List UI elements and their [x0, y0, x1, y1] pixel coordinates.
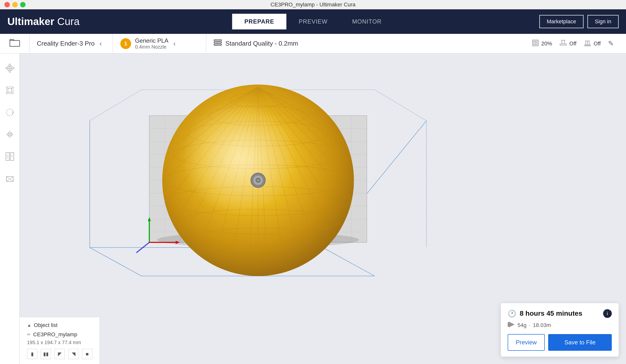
- support-icon: [559, 39, 567, 48]
- adhesion-icon: [584, 39, 591, 48]
- info-button[interactable]: i: [603, 309, 612, 318]
- separator: ·: [529, 322, 531, 329]
- object-actions: ▮ ▮▮ ◤ ◥ ■: [27, 349, 92, 359]
- print-time: 8 hours 45 minutes: [520, 310, 582, 317]
- object-list-header: ▲ Object list: [27, 322, 92, 329]
- printer-chevron[interactable]: ‹: [100, 40, 102, 48]
- minimize-button[interactable]: [12, 2, 18, 7]
- svg-rect-2: [214, 42, 221, 43]
- marketplace-button[interactable]: Marketplace: [539, 15, 584, 28]
- tool-move[interactable]: [0, 58, 20, 78]
- svg-rect-0: [10, 40, 20, 46]
- nav-right: Marketplace Sign in: [539, 15, 619, 28]
- material-length: 18.03m: [533, 322, 551, 329]
- save-to-file-button[interactable]: Save to File: [548, 334, 612, 351]
- svg-marker-21: [8, 64, 11, 66]
- collapse-icon[interactable]: ▲: [27, 323, 31, 328]
- folder-icon: [9, 38, 20, 49]
- svg-point-33: [6, 109, 13, 116]
- fullscreen-button[interactable]: [20, 2, 26, 7]
- action-duplicate[interactable]: ▮▮: [41, 349, 51, 359]
- material-weight: 54g: [517, 322, 527, 329]
- 3d-viewport[interactable]: ▲ Object list ✏ CE3PRO_mylamp 195.1 x 19…: [20, 54, 626, 364]
- panel-buttons: Preview Save to File: [508, 334, 612, 351]
- sign-in-button[interactable]: Sign in: [587, 15, 619, 28]
- quality-icon: [214, 39, 222, 48]
- object-list-label: Object list: [34, 322, 58, 329]
- action-split[interactable]: ◥: [68, 349, 78, 359]
- svg-marker-34: [12, 113, 14, 114]
- tool-rotate[interactable]: [0, 102, 20, 122]
- svg-rect-28: [8, 88, 12, 92]
- svg-rect-11: [560, 44, 566, 45]
- clock-icon: 🕐: [508, 310, 516, 318]
- main-area: ▲ Object list ✏ CE3PRO_mylamp 195.1 x 19…: [0, 54, 626, 364]
- file-folder[interactable]: [0, 34, 30, 54]
- edit-icon[interactable]: ✏: [27, 332, 31, 337]
- object-name: CE3PRO_mylamp: [33, 331, 77, 338]
- preview-button[interactable]: Preview: [508, 334, 545, 351]
- svg-marker-22: [8, 70, 11, 73]
- object-dimensions: 195.1 x 194.7 x 77.4 mm: [27, 340, 92, 345]
- svg-marker-23: [5, 67, 8, 70]
- svg-marker-24: [12, 67, 14, 70]
- titlebar: CE3PRO_mylamp - Ultimaker Cura: [0, 0, 626, 9]
- support-setting: Off: [559, 39, 576, 48]
- quality-label: Standard Quality - 0.2mm: [225, 40, 298, 47]
- svg-marker-37: [11, 132, 13, 136]
- quality-section: Standard Quality - 0.2mm 20%: [206, 34, 626, 54]
- material-name: Generic PLA: [135, 37, 168, 44]
- material-nozzle: 0.4mm Nozzle: [135, 44, 168, 50]
- object-item: ✏ CE3PRO_mylamp: [27, 331, 92, 338]
- print-info-panel: 🕐 8 hours 45 minutes i: [501, 303, 619, 357]
- material-usage: 54g · 18.03m: [508, 321, 612, 329]
- svg-point-124: [257, 179, 260, 182]
- top-nav: Ultimaker Cura PREPARE PREVIEW MONITOR M…: [0, 9, 626, 34]
- close-button[interactable]: [4, 2, 10, 7]
- window-title: CE3PRO_mylamp - Ultimaker Cura: [271, 1, 355, 8]
- svg-marker-36: [7, 132, 9, 136]
- infill-icon: [532, 39, 539, 48]
- printer-section: Creality Ender-3 Pro ‹: [30, 34, 113, 54]
- toolbar: Creality Ender-3 Pro ‹ 1 Generic PLA 0.4…: [0, 34, 626, 54]
- adhesion-value: Off: [594, 40, 601, 47]
- settings-edit-button[interactable]: ✎: [608, 39, 614, 48]
- support-value: Off: [569, 40, 576, 47]
- material-chevron[interactable]: ‹: [173, 40, 176, 48]
- print-time-left: 🕐 8 hours 45 minutes: [508, 310, 582, 318]
- material-section: 1 Generic PLA 0.4mm Nozzle ‹: [113, 34, 206, 54]
- tool-per-model[interactable]: [0, 147, 20, 166]
- settings-row: 20% Off: [532, 39, 619, 48]
- tab-monitor[interactable]: MONITOR: [340, 14, 394, 30]
- nav-tabs: PREPARE PREVIEW MONITOR: [232, 14, 394, 30]
- traffic-lights: [4, 2, 26, 7]
- tab-preview[interactable]: PREVIEW: [286, 14, 340, 30]
- material-badge: 1: [120, 38, 131, 49]
- tab-prepare[interactable]: PREPARE: [232, 14, 286, 30]
- action-cube[interactable]: ▮: [27, 349, 37, 359]
- tool-scale[interactable]: [0, 80, 20, 100]
- infill-value: 20%: [541, 40, 552, 47]
- tool-support-blocker[interactable]: [0, 169, 20, 188]
- printer-name: Creality Ender-3 Pro: [37, 40, 95, 47]
- action-delete[interactable]: ■: [82, 349, 92, 359]
- filament-icon: [508, 321, 515, 329]
- svg-rect-3: [214, 44, 221, 45]
- print-time-row: 🕐 8 hours 45 minutes i: [508, 309, 612, 318]
- material-info: Generic PLA 0.4mm Nozzle: [135, 37, 168, 50]
- object-panel: ▲ Object list ✏ CE3PRO_mylamp 195.1 x 19…: [20, 317, 100, 364]
- svg-rect-1: [214, 40, 221, 41]
- action-merge[interactable]: ◤: [54, 349, 65, 359]
- app-logo: Ultimaker Cura: [7, 16, 79, 28]
- adhesion-setting: Off: [584, 39, 601, 48]
- tool-mirror[interactable]: [0, 125, 20, 144]
- left-sidebar: [0, 54, 20, 364]
- infill-setting: 20%: [532, 39, 552, 48]
